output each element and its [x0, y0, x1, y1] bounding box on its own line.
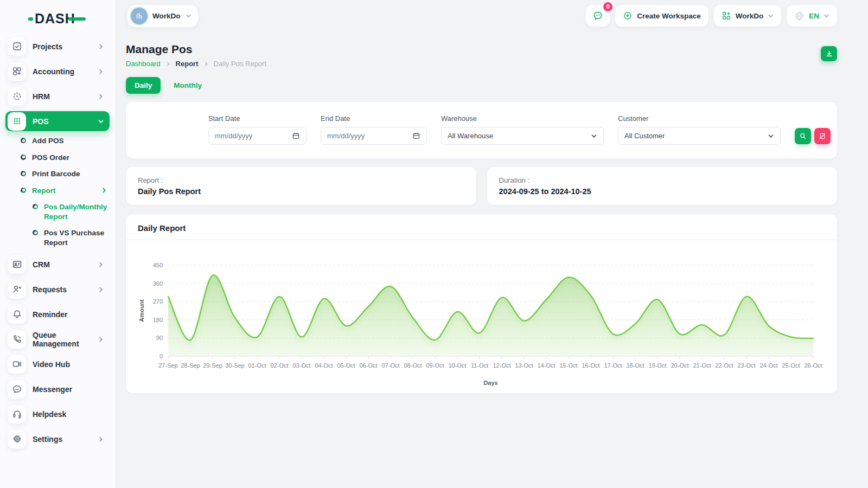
svg-text:Amount: Amount [138, 299, 145, 322]
plus-circle-icon [623, 11, 633, 21]
brand-logo[interactable]: DASH [0, 8, 115, 34]
download-button[interactable] [821, 46, 837, 61]
sidebar-item-print-barcode[interactable]: Print Barcode [21, 169, 107, 179]
language-selector[interactable]: EN [787, 5, 837, 27]
sidebar-item-accounting[interactable]: Accounting [7, 61, 110, 81]
sidebar-item-label: Accounting [33, 67, 74, 76]
bullet-icon [33, 204, 38, 209]
chevron-down-icon [824, 13, 829, 19]
filter-card: Start Date mm/dd/yyyy End Date mm/dd/yyy… [126, 102, 837, 158]
create-workspace-button[interactable]: Create Workspace [615, 5, 709, 27]
chevron-down-icon [98, 118, 104, 125]
chevron-right-icon [98, 93, 104, 100]
end-date-field: End Date mm/dd/yyyy [321, 114, 427, 145]
sidebar-item-crm[interactable]: CRM [7, 254, 110, 274]
svg-text:17-Oct: 17-Oct [604, 362, 622, 369]
svg-text:Days: Days [483, 380, 497, 386]
pos-icon [8, 112, 26, 131]
svg-text:90: 90 [156, 335, 163, 341]
warehouse-select[interactable]: All Warehouse [441, 127, 604, 145]
apply-filter-button[interactable] [795, 128, 811, 144]
chevron-right-icon [98, 286, 104, 293]
reset-filter-button[interactable] [814, 128, 831, 144]
sidebar-item-hrm[interactable]: HRM [7, 86, 110, 106]
svg-text:270: 270 [153, 298, 163, 305]
svg-text:13-Oct: 13-Oct [515, 362, 533, 369]
sidebar-item-label: Reminder [33, 310, 68, 319]
sidebar-item-pos-order[interactable]: POS Order [21, 153, 107, 163]
sidebar-item-label: Requests [33, 285, 67, 294]
sidebar-item-helpdesk[interactable]: Helpdesk [7, 404, 110, 424]
bullet-icon [21, 155, 26, 160]
sidebar-item-label: Print Barcode [32, 169, 80, 179]
sidebar-item-label: POS Order [32, 153, 69, 163]
svg-text:02-Oct: 02-Oct [270, 362, 288, 369]
grid-plus-icon [722, 11, 731, 21]
breadcrumb-item-dashboard[interactable]: Dashboard [126, 60, 161, 68]
sidebar-item-pos-vs-purchase-report[interactable]: Pos VS Purchase Report [33, 228, 107, 247]
svg-text:05-Oct: 05-Oct [337, 362, 355, 369]
chevron-right-icon [98, 68, 104, 75]
sidebar-item-label: Report [32, 186, 56, 196]
svg-text:11-Oct: 11-Oct [471, 362, 488, 369]
warehouse-value: All Warehouse [448, 132, 493, 140]
sidebar-item-settings[interactable]: Settings [7, 429, 110, 449]
breadcrumb-item-report[interactable]: Report [176, 60, 199, 68]
sidebar-item-add-pos[interactable]: Add POS [21, 136, 107, 146]
messages-button[interactable]: 0 [586, 5, 610, 27]
end-date-label: End Date [321, 114, 427, 123]
start-date-placeholder: mm/dd/yyyy [215, 132, 252, 140]
sidebar-item-pos[interactable]: POS [5, 111, 110, 131]
tab-daily[interactable]: Daily [126, 77, 161, 94]
app-root: DASH ProjectsAccountingHRMPOSAdd POSPOS … [0, 0, 868, 488]
bullet-icon [21, 188, 26, 193]
svg-text:28-Sep: 28-Sep [181, 362, 200, 369]
report-value: Daily Pos Report [138, 187, 464, 196]
workdo-menu-button[interactable]: WorkDo [714, 5, 782, 27]
svg-text:12-Oct: 12-Oct [493, 362, 510, 369]
tab-monthly[interactable]: Monthly [165, 77, 210, 94]
svg-text:26-Oct: 26-Oct [804, 362, 822, 369]
warehouse-field: Warehouse All Warehouse [441, 114, 604, 145]
page-header: Manage Pos DashboardReportDaily Pos Repo… [126, 31, 837, 68]
workspace-switcher[interactable]: WorkDo [127, 5, 198, 27]
sidebar-item-requests[interactable]: Requests [7, 279, 110, 299]
sidebar-item-queue-management[interactable]: Queue Management [7, 329, 110, 349]
projects-icon [8, 37, 26, 56]
svg-text:15-Oct: 15-Oct [559, 362, 577, 369]
end-date-input[interactable]: mm/dd/yyyy [321, 127, 427, 145]
main-content: Manage Pos DashboardReportDaily Pos Repo… [126, 31, 837, 393]
logo-dot [28, 17, 33, 21]
customer-select[interactable]: All Customer [618, 127, 781, 145]
report-label: Report : [138, 176, 464, 184]
sidebar-item-label: POS [33, 117, 49, 126]
sidebar-item-label: CRM [33, 260, 50, 269]
page-title: Manage Pos [126, 43, 266, 56]
start-date-field: Start Date mm/dd/yyyy [208, 114, 307, 145]
chart-body: 09018027036045027-Sep28-Sep29-Sep30-Sep0… [126, 240, 837, 393]
sidebar-item-reminder[interactable]: Reminder [7, 304, 110, 324]
start-date-input[interactable]: mm/dd/yyyy [208, 127, 307, 145]
sidebar-item-video-hub[interactable]: Video Hub [7, 354, 110, 374]
sidebar-item-label: Queue Management [33, 331, 91, 348]
chart-title: Daily Report [126, 214, 837, 240]
sidebar-item-messenger[interactable]: Messenger [7, 379, 110, 399]
svg-text:16-Oct: 16-Oct [582, 362, 599, 369]
sidebar-item-projects[interactable]: Projects [7, 36, 110, 56]
svg-text:03-Oct: 03-Oct [292, 362, 310, 369]
svg-text:04-Oct: 04-Oct [315, 362, 333, 369]
breadcrumb: DashboardReportDaily Pos Report [126, 60, 266, 68]
report-summary-card: Report : Daily Pos Report [126, 167, 476, 205]
sidebar-item-report[interactable]: Report [21, 186, 107, 196]
sidebar-item-pos-daily-monthly-report[interactable]: Pos Daily/Monthly Report [33, 202, 107, 221]
svg-text:08-Oct: 08-Oct [404, 362, 422, 369]
helpdesk-icon [8, 405, 26, 423]
sidebar-item-label: Messenger [33, 385, 72, 394]
filter-actions [795, 128, 831, 145]
svg-text:180: 180 [153, 317, 163, 323]
svg-text:22-Oct: 22-Oct [715, 362, 733, 369]
chevron-right-icon [101, 187, 107, 194]
sidebar-nav: ProjectsAccountingHRMPOSAdd POSPOS Order… [0, 34, 115, 449]
chevron-down-icon [768, 133, 774, 139]
calendar-icon [292, 132, 300, 140]
